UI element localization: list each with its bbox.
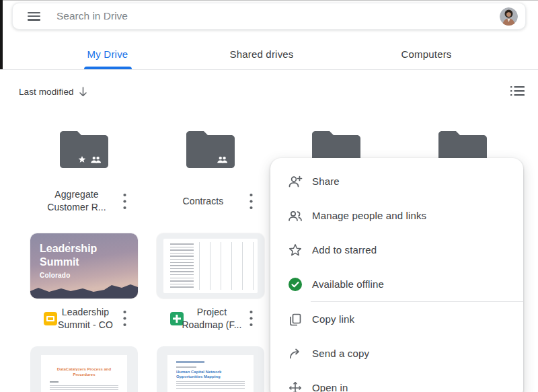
send-copy-icon [288,346,303,361]
drive-app-screen: Search in Drive My Drive Shared drives C… [0,0,538,392]
slide-subtitle-text: Colorado [40,272,71,279]
document-title-text: Human Capital Network Opportunities Mapp… [176,370,245,379]
menu-item-label: Open in [312,382,348,392]
menu-item-manage-people[interactable]: Manage people and links [270,198,523,233]
people-icon [288,208,303,223]
star-outline-icon [288,243,303,258]
document-page: DataCatalyzers Process and Procedures [41,355,127,392]
tab-shared-drives[interactable]: Shared drives [208,39,315,69]
tabs-bottom-border [0,69,538,70]
file-item-leadership-summit[interactable]: Leadership Summit - CO [34,304,134,334]
sheet-thumbnail[interactable] [157,233,264,299]
tab-my-drive[interactable]: My Drive [67,39,148,69]
folder-icon-contracts[interactable] [186,131,235,168]
menu-item-copy-link[interactable]: Copy link [270,302,523,336]
menu-item-send-a-copy[interactable]: Send a copy [270,336,523,370]
menu-item-label: Manage people and links [312,210,426,221]
menu-item-label: Send a copy [312,348,369,359]
folder-name: Aggregate Customer R... [34,187,120,215]
tab-computers[interactable]: Computers [377,39,476,69]
more-options-icon[interactable] [249,192,253,210]
avatar-photo-icon [500,7,518,26]
document-title-text: DataCatalyzers Process and Procedures [50,366,118,377]
shared-people-badge-icon [90,156,102,163]
menu-item-label: Copy link [312,313,354,325]
file-item-project-roadmap[interactable]: Project Roadmap (F... [160,304,261,334]
menu-item-label: Available offline [312,278,384,290]
context-menu: Share Manage people and links Add to sta… [270,158,523,392]
file-name: Leadership Summit - CO [51,304,120,334]
folder-item-aggregate[interactable]: Aggregate Customer R... [34,187,134,215]
folder-icon-aggregate[interactable] [60,131,108,168]
document-thumbnail-1[interactable]: DataCatalyzers Process and Procedures [30,346,138,392]
copy-icon [288,312,303,327]
sort-button[interactable]: Last modified [19,85,87,98]
document-thumbnail-2[interactable]: Human Capital Network Opportunities Mapp… [157,346,264,392]
more-options-icon[interactable] [123,192,126,210]
screenshot-top-edge [0,0,538,1]
shared-people-badge-icon [217,156,228,163]
menu-hamburger-icon[interactable] [28,12,40,21]
slide-title-text: Leadership Summit [40,242,100,269]
person-add-icon [288,174,303,189]
menu-item-label: Share [312,175,340,187]
search-input[interactable]: Search in Drive [56,10,128,22]
search-bar[interactable]: Search in Drive [12,3,526,30]
arrow-down-icon [79,87,87,97]
sort-label: Last modified [19,87,74,97]
folder-item-contracts[interactable]: Contracts [160,187,261,215]
menu-item-open-in[interactable]: Open in [270,370,523,392]
star-badge-icon [78,155,86,163]
list-view-toggle-icon[interactable] [510,85,525,97]
mountain-silhouette [30,280,138,299]
folder-name: Contracts [160,187,246,215]
screenshot-left-edge [0,0,3,69]
slides-thumbnail[interactable]: Leadership Summit Colorado [30,233,138,299]
more-options-icon[interactable] [123,309,126,327]
document-page: Human Capital Network Opportunities Mapp… [167,355,254,392]
offline-check-icon [288,277,303,292]
menu-item-add-to-starred[interactable]: Add to starred [270,233,523,267]
avatar[interactable] [500,7,518,26]
menu-item-label: Add to starred [312,244,377,256]
menu-item-available-offline[interactable]: Available offline [270,267,523,301]
menu-item-share[interactable]: Share [270,164,523,198]
open-in-icon [288,381,303,392]
file-name: Project Roadmap (F... [178,304,246,334]
more-options-icon[interactable] [249,309,253,327]
sheet-page [163,239,258,293]
